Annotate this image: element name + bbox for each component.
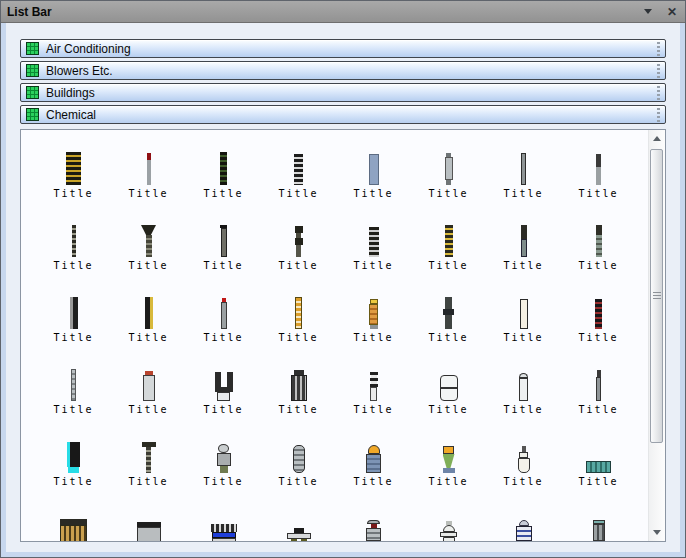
list-bar-window: List Bar ✕ Air Conditioning Blowers Etc. [0,0,686,558]
list-item[interactable]: Title [336,277,411,349]
list-item[interactable]: Title [561,493,636,541]
item-label: Title [128,404,168,416]
symbol-icon [220,152,227,185]
list-item[interactable]: Title [261,205,336,277]
list-item[interactable]: Title [36,349,111,421]
list-item[interactable]: Title [411,205,486,277]
list-item[interactable]: Title [411,493,486,541]
vertical-scrollbar[interactable] [648,130,665,541]
list-item[interactable]: Title [36,421,111,493]
list-item[interactable]: Title [111,493,186,541]
list-item[interactable]: Title [36,493,111,541]
list-item[interactable]: Title [261,349,336,421]
list-item[interactable]: Title [111,277,186,349]
item-label: Title [53,260,93,272]
list-item[interactable]: Title [336,349,411,421]
list-item[interactable]: Title [486,277,561,349]
list-item[interactable]: Title [261,133,336,205]
item-label: Title [53,404,93,416]
list-item[interactable]: Title [336,205,411,277]
symbol-icon [445,225,453,257]
item-label: Title [578,260,618,272]
list-item[interactable]: Title [486,133,561,205]
list-item[interactable]: Title [561,205,636,277]
grip-handle [657,86,660,100]
symbol-icon [521,225,527,257]
list-item[interactable]: Title [111,205,186,277]
item-label: Title [578,404,618,416]
list-item[interactable]: Title [36,205,111,277]
table-icon [26,86,39,99]
list-item[interactable]: Title [261,421,336,493]
symbol-icon [295,297,302,329]
symbol-icon [137,522,161,541]
list-item[interactable]: Title [111,133,186,205]
item-label: Title [128,188,168,200]
list-item[interactable]: Title [561,277,636,349]
symbol-icon [217,444,231,473]
table-icon [26,108,39,121]
list-item[interactable]: Title [186,205,261,277]
item-label: Title [278,476,318,488]
list-item[interactable]: Title [186,133,261,205]
list-item[interactable]: Title [336,493,411,541]
list-item[interactable]: Title [36,277,111,349]
item-label: Title [353,404,393,416]
thumb-grip-icon [653,292,661,300]
symbol-icon [60,519,87,541]
symbol-icon [147,153,151,185]
symbol-icon [369,299,378,329]
list-item[interactable]: Title [561,133,636,205]
symbol-icon [70,297,78,329]
scroll-up-button[interactable] [649,130,665,147]
shape-list-content: TitleTitleTitleTitleTitleTitleTitleTitle… [20,129,666,542]
list-item[interactable]: Title [261,493,336,541]
category-bar-blowers-etc[interactable]: Blowers Etc. [20,61,666,80]
list-item[interactable]: Title [486,493,561,541]
item-label: Title [428,188,468,200]
list-item[interactable]: Title [36,133,111,205]
item-label: Title [503,404,543,416]
category-bar-air-conditioning[interactable]: Air Conditioning [20,39,666,58]
list-item[interactable]: Title [186,277,261,349]
symbol-icon [293,445,305,473]
list-item[interactable]: Title [186,349,261,421]
list-item[interactable]: Title [336,421,411,493]
menu-button[interactable] [641,5,655,19]
list-item[interactable]: Title [411,349,486,421]
list-item[interactable]: Title [486,205,561,277]
list-item[interactable]: Title [561,349,636,421]
symbol-icon [440,375,458,401]
item-label: Title [278,404,318,416]
list-item[interactable]: Title [411,421,486,493]
item-label: Title [353,188,393,200]
item-label: Title [203,188,243,200]
list-item[interactable]: Title [411,133,486,205]
item-label: Title [578,476,618,488]
item-label: Title [353,260,393,272]
scrollbar-thumb[interactable] [650,149,663,443]
symbol-icon [518,446,530,473]
list-item[interactable]: Title [336,133,411,205]
symbol-icon [215,372,233,401]
category-bar-buildings[interactable]: Buildings [20,83,666,102]
item-label: Title [353,476,393,488]
list-item[interactable]: Title [486,421,561,493]
list-item[interactable]: Title [561,421,636,493]
list-item[interactable]: Title [111,421,186,493]
symbol-icon [66,152,81,185]
panel-titlebar[interactable]: List Bar ✕ [1,1,685,23]
item-label: Title [203,332,243,344]
scroll-down-button[interactable] [649,524,665,541]
symbol-icon [287,528,311,541]
category-bar-chemical[interactable]: Chemical [20,105,666,124]
list-item[interactable]: Title [261,277,336,349]
close-button[interactable]: ✕ [665,5,679,19]
symbol-icon [220,225,227,257]
list-item[interactable]: Title [411,277,486,349]
list-item[interactable]: Title [186,493,261,541]
list-item[interactable]: Title [186,421,261,493]
grip-handle [657,64,660,78]
list-item[interactable]: Title [486,349,561,421]
list-item[interactable]: Title [111,349,186,421]
